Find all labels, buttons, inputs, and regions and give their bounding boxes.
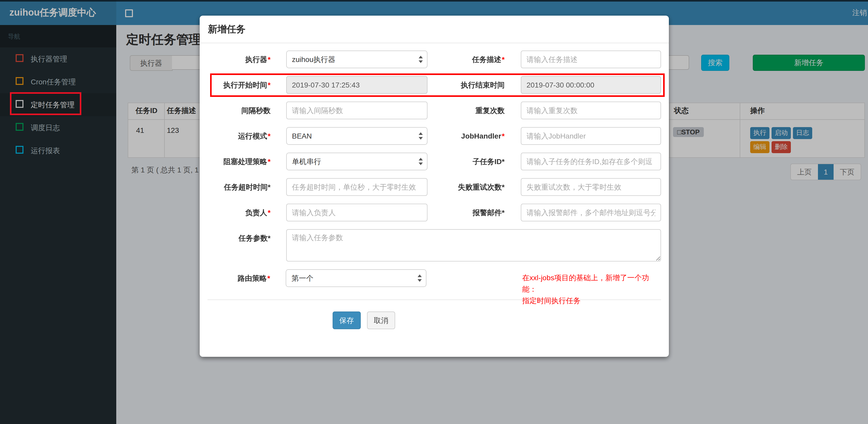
modal-header: 新增任务 bbox=[200, 15, 669, 43]
owner-input[interactable] bbox=[286, 204, 428, 221]
job-desc-input[interactable] bbox=[521, 51, 661, 68]
route-strategy-label: 路由策略* bbox=[208, 269, 270, 287]
retry-label: 失败重试次数* bbox=[428, 178, 505, 196]
job-desc-label: 任务描述* bbox=[428, 51, 505, 68]
child-job-input[interactable] bbox=[521, 153, 661, 170]
glue-type-select-value: BEAN bbox=[292, 132, 312, 140]
end-time-input[interactable]: 2019-07-30 00:00:00 bbox=[521, 76, 661, 94]
block-strategy-select[interactable]: 单机串行 bbox=[286, 153, 428, 170]
glue-type-select[interactable]: BEAN bbox=[286, 127, 428, 145]
feature-note: 在xxl-jobs项目的基础上，新增了一个功能： 指定时间执行任务 bbox=[522, 269, 661, 287]
job-param-label: 任务参数* bbox=[208, 229, 271, 261]
form-row: 运行模式* BEAN JobHandler* bbox=[208, 127, 661, 145]
block-strategy-select-value: 单机串行 bbox=[292, 157, 321, 166]
modal-title: 新增任务 bbox=[208, 24, 246, 34]
repeat-label: 重复次数 bbox=[428, 102, 505, 119]
form-row: 执行器* zuihou执行器 任务描述* bbox=[208, 51, 661, 68]
required-asterisk: * bbox=[502, 55, 505, 64]
alarm-email-input[interactable] bbox=[521, 204, 661, 221]
feature-note-line1: 在xxl-jobs项目的基础上，新增了一个功能： bbox=[522, 272, 661, 295]
timeout-input[interactable] bbox=[286, 178, 428, 196]
required-asterisk: * bbox=[268, 55, 271, 64]
job-handler-input[interactable] bbox=[521, 127, 661, 145]
executor-label: 执行器* bbox=[208, 51, 271, 68]
block-strategy-label: 阻塞处理策略* bbox=[208, 153, 271, 170]
form-row: 间隔秒数 重复次数 bbox=[208, 102, 661, 119]
repeat-input[interactable] bbox=[521, 102, 661, 119]
route-strategy-select-value: 第一个 bbox=[291, 274, 313, 282]
executor-select[interactable]: zuihou执行器 bbox=[286, 51, 428, 68]
interval-input[interactable] bbox=[286, 102, 428, 119]
child-job-label: 子任务ID* bbox=[428, 153, 505, 170]
glue-type-label: 运行模式* bbox=[208, 127, 271, 145]
job-param-textarea[interactable] bbox=[286, 229, 661, 261]
end-time-label: 执行结束时间 bbox=[428, 76, 505, 94]
required-asterisk: * bbox=[268, 208, 271, 217]
interval-label: 间隔秒数 bbox=[208, 102, 271, 119]
required-asterisk: * bbox=[268, 274, 270, 282]
owner-label: 负责人* bbox=[208, 204, 271, 221]
form-row: 阻塞处理策略* 单机串行 子任务ID* bbox=[208, 153, 661, 170]
feature-note-line2: 指定时间执行任务 bbox=[522, 295, 661, 306]
form-row: 任务参数* bbox=[208, 229, 661, 261]
form-row: 负责人* 报警邮件* bbox=[208, 204, 661, 221]
executor-select-value: zuihou执行器 bbox=[292, 55, 336, 64]
cancel-button[interactable]: 取消 bbox=[367, 312, 395, 329]
form-row: 路由策略* 第一个 在xxl-jobs项目的基础上，新增了一个功能： 指定时间执… bbox=[208, 269, 661, 287]
timeout-label: 任务超时时间* bbox=[208, 178, 271, 196]
app-root: zuihou任务调度中心 注销 导航 执行器管理 Cron任务管理 定时任务管理… bbox=[0, 0, 868, 424]
retry-input[interactable] bbox=[521, 178, 661, 196]
select-arrows-icon bbox=[418, 56, 423, 63]
job-handler-label: JobHandler* bbox=[428, 127, 505, 145]
alarm-email-label: 报警邮件* bbox=[428, 204, 505, 221]
route-strategy-select[interactable]: 第一个 bbox=[286, 269, 426, 287]
required-asterisk: * bbox=[268, 81, 271, 89]
add-task-modal: 新增任务 执行器* zuihou执行器 任务描述* 执行开始时间* 2019-0… bbox=[200, 15, 669, 357]
form-row: 任务超时时间* 失败重试次数* bbox=[208, 178, 661, 196]
start-time-input[interactable]: 2019-07-30 17:25:43 bbox=[286, 76, 428, 94]
select-arrows-icon bbox=[418, 158, 423, 165]
save-button[interactable]: 保存 bbox=[333, 312, 361, 329]
required-asterisk: * bbox=[268, 132, 271, 140]
form-row-highlighted: 执行开始时间* 2019-07-30 17:25:43 执行结束时间 2019-… bbox=[208, 76, 661, 94]
start-time-label: 执行开始时间* bbox=[208, 76, 271, 94]
select-arrows-icon bbox=[418, 132, 423, 140]
required-asterisk: * bbox=[268, 157, 271, 166]
modal-body: 执行器* zuihou执行器 任务描述* 执行开始时间* 2019-07-30 … bbox=[200, 43, 669, 329]
required-asterisk: * bbox=[502, 132, 505, 140]
select-arrows-icon bbox=[417, 274, 422, 282]
